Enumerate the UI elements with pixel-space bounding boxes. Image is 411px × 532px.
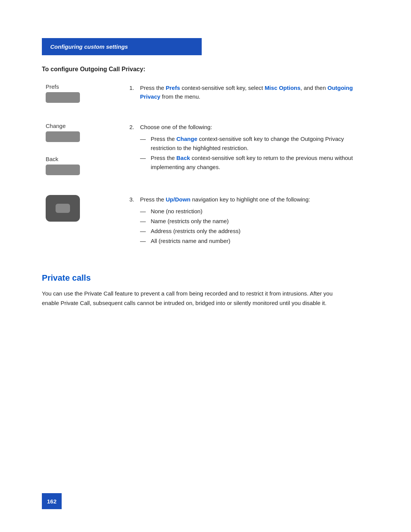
step-1-left: Prefs <box>42 83 129 111</box>
step-3-row: 3. Press the Up/Down navigation key to h… <box>129 195 369 246</box>
step-1-group: Prefs 1. Press the Prefs context-sensiti… <box>42 83 369 111</box>
step-1-key-label: Prefs <box>46 83 59 90</box>
step-2-group: Change Back 2. Choose one of the followi… <box>42 123 369 184</box>
step-3-text-1: Press the <box>140 196 166 203</box>
step-3-sub-list: None (no restriction) Name (restricts on… <box>140 207 369 246</box>
step-2-sub-list: Press the Change context-sensitive soft … <box>140 134 369 172</box>
step-2-content: Choose one of the following: Press the C… <box>140 123 369 173</box>
step-1-text-1: Press the <box>140 85 166 91</box>
step-2-sub-1-text-1: Press the <box>151 136 177 142</box>
step-3-text-2: navigation key to highlight one of the f… <box>191 196 310 203</box>
step-3-sub-item-3: Address (restricts only the address) <box>140 227 369 236</box>
step-1-soft-key <box>46 92 80 103</box>
step-3-number: 3. <box>129 195 140 204</box>
step-1-text-3: , and then <box>301 85 328 91</box>
step-2-back-link: Back <box>177 155 190 161</box>
step-2-intro: Choose one of the following: <box>140 123 369 131</box>
step-3-content: Press the Up/Down navigation key to high… <box>140 195 369 246</box>
step-3-updown: Up/Down <box>166 196 191 203</box>
step-1-misc-options: Misc Options <box>264 85 300 91</box>
step-2-sub-item-2: Press the Back context-sensitive soft ke… <box>140 153 369 172</box>
header-banner: Configuring custom settings <box>42 38 202 55</box>
private-calls-body: You can use the Private Call feature to … <box>42 289 339 308</box>
step-3-left <box>42 195 129 254</box>
step-3-sub-item-4: All (restricts name and number) <box>140 236 369 246</box>
step-1-content: Press the Prefs context-sensitive soft k… <box>140 83 369 101</box>
step-2-row: 2. Choose one of the following: Press th… <box>129 123 369 173</box>
step-1-number: 1. <box>129 83 140 92</box>
step-2-sub-item-1: Press the Change context-sensitive soft … <box>140 134 369 153</box>
step-3-intro: Press the Up/Down navigation key to high… <box>140 195 369 204</box>
page-number: 162 <box>47 498 56 505</box>
step-1-text-2: context-sensitive soft key, select <box>180 85 264 91</box>
step-3-sub-item-1: None (no restriction) <box>140 207 369 216</box>
step-3-right: 3. Press the Up/Down navigation key to h… <box>129 195 369 254</box>
step-2-right: 2. Choose one of the following: Press th… <box>129 123 369 184</box>
nav-key-inner <box>56 204 70 213</box>
page-number-box: 162 <box>42 493 62 509</box>
step-1-row: 1. Press the Prefs context-sensitive sof… <box>129 83 369 101</box>
step-1-text-4: from the menu. <box>160 93 200 100</box>
step-2-change-key <box>46 131 80 142</box>
private-calls-section: Private calls You can use the Private Ca… <box>42 273 369 308</box>
step-2-back-key <box>46 165 80 175</box>
step-2-sub-2-text-1: Press the <box>151 155 177 161</box>
header-banner-text: Configuring custom settings <box>50 43 128 50</box>
step-2-left: Change Back <box>42 123 129 184</box>
step-1-right: 1. Press the Prefs context-sensitive sof… <box>129 83 369 111</box>
private-calls-heading: Private calls <box>42 273 369 283</box>
step-2-number: 2. <box>129 123 140 131</box>
step-1-prefs: Prefs <box>166 85 180 91</box>
section-heading: To configure Outgoing Call Privacy: <box>42 66 369 73</box>
nav-key-illustration <box>46 195 80 222</box>
step-3-sub-item-2: Name (restricts only the name) <box>140 217 369 226</box>
step-2-key1-label: Change <box>46 123 66 129</box>
page-container: Configuring custom settings To configure… <box>0 0 411 532</box>
step-2-change-link: Change <box>177 136 198 142</box>
step-2-key2-label: Back <box>46 156 58 162</box>
step-3-group: 3. Press the Up/Down navigation key to h… <box>42 195 369 254</box>
